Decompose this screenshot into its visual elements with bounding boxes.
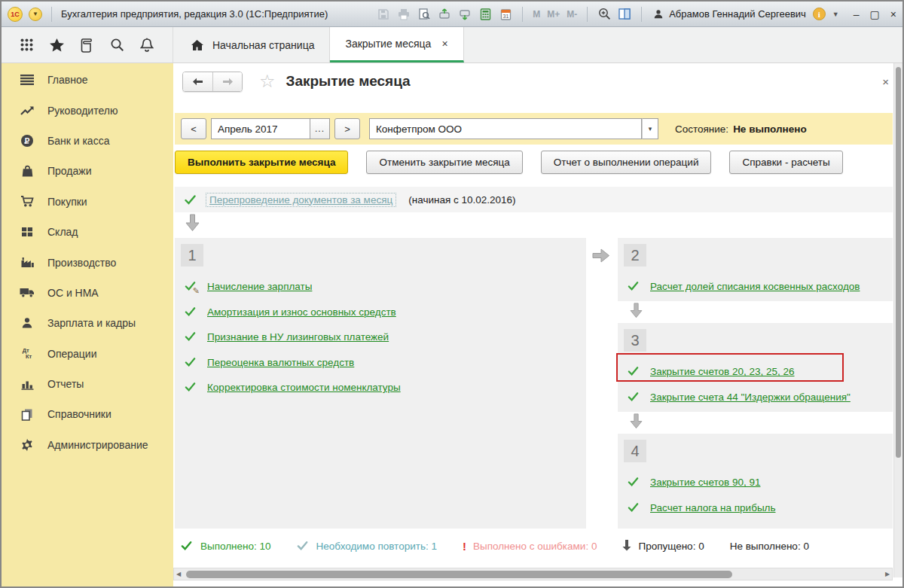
task-link-indirect-expenses[interactable]: Расчет долей списания косвенных расходов <box>650 281 860 292</box>
prev-period-button[interactable]: < <box>181 118 206 139</box>
check-icon <box>185 331 197 343</box>
calendar-icon[interactable]: 31 <box>499 8 512 21</box>
period-input[interactable] <box>211 118 310 139</box>
stage-block-2: 2 Расчет долей списания косвенных расход… <box>618 238 893 301</box>
print-icon <box>397 8 411 21</box>
svg-text:P: P <box>25 137 30 145</box>
task-link-close-20-23-25-26[interactable]: Закрытие счетов 20, 23, 25, 26 <box>650 366 795 377</box>
search-icon[interactable] <box>108 37 125 53</box>
save-icon <box>377 8 390 21</box>
status-value: Не выполнено <box>733 123 807 135</box>
favorites-star-icon[interactable] <box>49 37 66 53</box>
factory-icon <box>20 255 35 270</box>
sidebar-item-payroll-hr[interactable]: Зарплата и кадры <box>2 308 173 338</box>
sidebar-label: Главное <box>47 74 88 86</box>
scroll-right-icon[interactable]: ▶ <box>883 571 892 577</box>
task-link-payroll[interactable]: Начисление зарплаты <box>207 281 312 292</box>
divider <box>522 7 523 22</box>
sidebar-label: Администрирование <box>47 439 148 451</box>
stage-block-3: 3 Закрытие счетов 20, 23, 25, 26 Закрыти… <box>618 323 893 412</box>
section-sidebar: Главное Руководителю P Банк и касса Прод… <box>2 63 173 586</box>
check-green-icon <box>181 540 194 553</box>
sidebar-item-fixed-assets[interactable]: ОС и НМА <box>2 278 173 308</box>
sidebar-item-directories[interactable]: Справочники <box>2 399 173 429</box>
scrollbar-track[interactable] <box>183 568 883 580</box>
company-select[interactable]: Конфетпром ООО <box>369 118 642 139</box>
system-menu-dropdown-icon[interactable]: ▼ <box>29 8 42 21</box>
minimize-button[interactable]: – <box>854 8 860 20</box>
task-row-close-44: Закрытие счета 44 "Издержки обращения" <box>618 385 893 410</box>
tab-home[interactable]: Начальная страница <box>173 27 330 62</box>
exclamation-icon: ! <box>463 540 466 553</box>
scrollbar-thumb[interactable] <box>186 571 732 578</box>
references-calculations-button[interactable]: Справки - расчеты <box>729 151 842 174</box>
task-link-income-tax[interactable]: Расчет налога на прибыль <box>650 502 776 513</box>
task-link-close-90-91[interactable]: Закрытие счетов 90, 91 <box>650 477 760 488</box>
history-icon[interactable] <box>78 37 95 53</box>
close-window-button[interactable]: × <box>890 8 896 20</box>
current-user[interactable]: Абрамов Геннадий Сергеевич <box>652 8 806 21</box>
flow-down-arrow-icon <box>630 413 643 432</box>
tab-strip: Начальная страница Закрытие месяца × <box>2 27 902 63</box>
task-link-cost-adjustment[interactable]: Корректировка стоимости номенклатуры <box>207 382 401 393</box>
nav-back-button[interactable] <box>183 72 212 91</box>
page-close-icon[interactable]: × <box>882 75 889 88</box>
next-period-button[interactable]: > <box>334 118 360 139</box>
sidebar-item-main[interactable]: Главное <box>2 65 173 95</box>
bar-chart-icon <box>20 376 35 391</box>
sidebar-item-administration[interactable]: Администрирование <box>2 430 173 460</box>
task-row-leasing: Признание в НУ лизинговых платежей <box>175 324 586 350</box>
task-row-currency-revaluation: Переоценка валютных средств <box>175 350 586 376</box>
info-icon[interactable]: i <box>813 8 826 20</box>
horizontal-scrollbar[interactable]: ◀ ▶ <box>173 568 893 580</box>
send-file-icon[interactable] <box>458 8 472 21</box>
gear-icon <box>20 437 35 452</box>
execute-closing-button[interactable]: Выполнить закрытие месяца <box>175 151 348 174</box>
tab-month-closing[interactable]: Закрытие месяца × <box>330 27 463 62</box>
scrollbar-thumb[interactable] <box>896 67 901 458</box>
info-dropdown-icon[interactable]: ▼ <box>832 11 839 18</box>
sidebar-item-manager[interactable]: Руководителю <box>2 95 173 125</box>
debit-credit-icon: Дт Кт <box>20 346 35 361</box>
reposting-row: Перепроведение документов за месяц (начи… <box>175 187 893 212</box>
done-value: 10 <box>260 541 271 552</box>
print-preview-icon[interactable] <box>417 8 431 21</box>
sidebar-item-sales[interactable]: Продажи <box>2 156 173 186</box>
maximize-button[interactable]: ▢ <box>870 8 880 20</box>
sidebar-item-warehouse[interactable]: Склад <box>2 217 173 247</box>
company-dropdown-icon[interactable]: ▾ <box>642 118 658 139</box>
svg-text:31: 31 <box>502 14 508 19</box>
task-link-leasing[interactable]: Признание в НУ лизинговых платежей <box>207 331 389 343</box>
operations-report-button[interactable]: Отчет о выполнении операций <box>541 151 712 174</box>
reposting-link[interactable]: Перепроведение документов за месяц <box>206 193 396 207</box>
task-link-depreciation[interactable]: Амортизация и износ основных средств <box>207 306 396 318</box>
sidebar-item-production[interactable]: Производство <box>2 247 173 277</box>
vertical-scrollbar[interactable] <box>893 63 902 577</box>
filter-bar: < ... > Конфетпром ООО ▾ Состояние:Не вы… <box>175 113 893 145</box>
notifications-bell-icon[interactable] <box>139 37 155 53</box>
sidebar-label: Продажи <box>47 165 91 177</box>
reposting-note: (начиная с 10.02.2016) <box>408 194 515 206</box>
period-more-button[interactable]: ... <box>310 118 330 139</box>
divider <box>587 7 588 22</box>
scroll-left-icon[interactable]: ◀ <box>174 571 183 577</box>
calculator-icon[interactable] <box>478 8 492 21</box>
sidebar-item-bank-cash[interactable]: P Банк и касса <box>2 126 173 156</box>
check-icon <box>185 306 197 318</box>
attach-file-icon[interactable] <box>438 8 451 21</box>
split-view-icon[interactable] <box>618 8 631 21</box>
apps-grid-icon[interactable] <box>19 37 35 53</box>
flow-right-arrow-icon <box>592 248 610 266</box>
task-link-currency-revaluation[interactable]: Переоценка валютных средств <box>207 357 354 368</box>
tab-close-icon[interactable]: × <box>441 38 447 50</box>
sidebar-item-operations[interactable]: Дт Кт Операции <box>2 339 173 369</box>
favorite-star-icon[interactable]: ☆ <box>259 71 276 92</box>
zoom-icon[interactable] <box>597 8 611 21</box>
cancel-closing-button[interactable]: Отменить закрытие месяца <box>366 151 522 174</box>
sidebar-item-reports[interactable]: Отчеты <box>2 369 173 399</box>
errors-value: 0 <box>591 541 597 552</box>
pages-stack-icon <box>20 407 35 422</box>
task-link-close-44[interactable]: Закрытие счета 44 "Издержки обращения" <box>650 391 851 403</box>
sidebar-item-purchases[interactable]: Покупки <box>2 187 173 217</box>
status-legend: Выполнено: 10 Необходимо повторить: 1 ! … <box>181 539 884 553</box>
